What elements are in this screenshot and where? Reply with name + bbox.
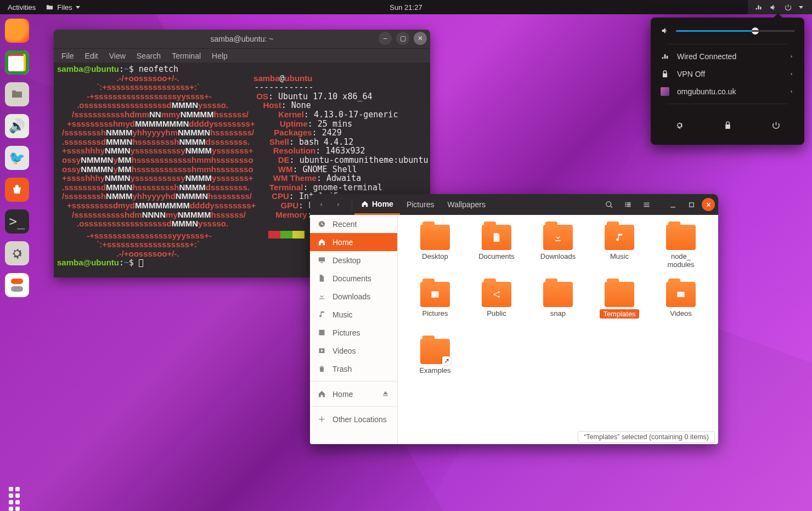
sidebar-item-music[interactable]: Music [310, 305, 397, 323]
sidebar-item-label: Home [332, 238, 353, 247]
dock-app-firefox[interactable] [5, 19, 29, 43]
folder-icon [46, 3, 54, 12]
sidebar-item-desktop[interactable]: Desktop [310, 251, 397, 269]
menu-help[interactable]: Help [212, 52, 228, 60]
separator [667, 104, 788, 104]
hamburger-button[interactable] [638, 197, 655, 212]
folder-label: Music [610, 252, 629, 260]
power-icon [784, 3, 792, 12]
crumb-wallpapers[interactable]: Wallpapers [441, 194, 492, 215]
system-tray[interactable] [748, 0, 812, 14]
sidebar-item-downloads[interactable]: Downloads [310, 287, 397, 305]
menu-file[interactable]: File [61, 52, 74, 60]
sysmenu-row-label: VPN Off [677, 70, 705, 78]
power-button[interactable] [766, 115, 786, 135]
folder-label: Public [487, 309, 506, 317]
files-window: Home Pictures Wallpapers RecentHomeDeskt… [310, 194, 718, 444]
folder-label: Documents [478, 252, 515, 260]
dock-app-terminal[interactable]: >_ [5, 209, 29, 234]
files-grid[interactable]: DesktopDocumentsDownloadsMusicnode_modul… [398, 215, 718, 431]
folder-downloads[interactable]: Downloads [540, 225, 576, 280]
sidebar-item-home[interactable]: Home [310, 233, 397, 251]
sidebar-item-other-locations[interactable]: Other Locations [310, 410, 397, 428]
show-apps-button[interactable] [7, 485, 25, 503]
crumb-label: Home [372, 200, 393, 208]
folder-public[interactable]: Public [482, 282, 511, 337]
folder-label: snap [550, 309, 566, 317]
svg-point-1 [498, 291, 500, 293]
folder-label: node_modules [667, 252, 694, 269]
system-buttons-row [651, 107, 804, 137]
volume-slider[interactable] [676, 30, 794, 32]
sidebar-item-trash[interactable]: Trash [310, 360, 397, 378]
dock-app-files[interactable] [5, 82, 29, 106]
minimize-button[interactable] [664, 197, 681, 212]
chevron-down-icon [76, 6, 80, 9]
settings-button[interactable] [669, 115, 689, 135]
system-menu: Wired ConnectedVPN Offomgubuntu.co.uk [651, 18, 804, 145]
folder-pictures[interactable]: Pictures [420, 282, 450, 337]
terminal-titlebar[interactable]: samba@ubuntu: ~ – ▢ ✕ [54, 30, 430, 48]
list-view-button[interactable] [619, 197, 636, 212]
forward-button[interactable] [331, 197, 346, 212]
sidebar-item-label: Other Locations [332, 415, 387, 424]
back-button[interactable] [313, 197, 329, 212]
close-button[interactable] [702, 198, 715, 211]
folder-snap[interactable]: snap [543, 282, 573, 337]
crumb-home[interactable]: Home [354, 194, 400, 215]
folder-music[interactable]: Music [605, 225, 634, 280]
sidebar-item-label: Downloads [332, 292, 370, 301]
folder-documents[interactable]: Documents [478, 225, 515, 280]
sysmenu-row-label: Wired Connected [677, 52, 736, 61]
folder-label: Downloads [540, 252, 576, 260]
dock-app-corebird[interactable]: 🐦 [5, 146, 29, 170]
sidebar-item-label: Music [332, 310, 353, 319]
folder-templates[interactable]: Templates [600, 282, 639, 337]
close-button[interactable]: ✕ [414, 32, 427, 45]
sidebar-item-recent[interactable]: Recent [310, 215, 397, 233]
folder-videos[interactable]: Videos [666, 282, 696, 337]
dock-app-chrome[interactable] [5, 50, 29, 75]
sidebar-item-home[interactable]: Home [310, 385, 397, 403]
sysmenu-row-omgubuntu-co-uk[interactable]: omgubuntu.co.uk [651, 83, 804, 100]
minimize-button[interactable]: – [379, 32, 392, 45]
crumb-pictures[interactable]: Pictures [400, 194, 441, 215]
sidebar-item-documents[interactable]: Documents [310, 269, 397, 287]
home-icon [361, 200, 369, 208]
separator [667, 44, 788, 44]
sidebar-item-pictures[interactable]: Pictures [310, 323, 397, 342]
sysmenu-row-label: omgubuntu.co.uk [677, 87, 736, 96]
separator [310, 406, 397, 407]
dock-app-tweaks[interactable] [5, 273, 29, 297]
activities-button[interactable]: Activities [8, 3, 36, 12]
breadcrumb: Home Pictures Wallpapers [354, 194, 492, 215]
clock[interactable]: Sun 21:27 [390, 3, 422, 12]
menu-search[interactable]: Search [137, 52, 161, 60]
sysmenu-row-wired-connected[interactable]: Wired Connected [651, 48, 804, 65]
appmenu-button[interactable]: Files [46, 3, 80, 12]
maximize-button[interactable]: ▢ [396, 32, 409, 45]
folder-label: Templates [600, 309, 639, 319]
menu-edit[interactable]: Edit [85, 52, 98, 60]
terminal-title: samba@ubuntu: ~ [210, 35, 273, 43]
sysmenu-row-vpn-off[interactable]: VPN Off [651, 65, 804, 83]
dock-app-settings[interactable] [5, 241, 29, 265]
lock-button[interactable] [718, 115, 737, 135]
maximize-button[interactable] [683, 197, 700, 212]
volume-icon [769, 3, 777, 12]
folder-node_-modules[interactable]: node_modules [666, 225, 696, 280]
folder-label: Examples [419, 366, 450, 374]
search-button[interactable] [601, 197, 617, 212]
sidebar-item-label: Recent [332, 220, 357, 229]
dock-app-rhythmbox[interactable]: 🔊 [5, 114, 29, 138]
sidebar-item-videos[interactable]: Videos [310, 342, 397, 360]
sidebar-item-label: Desktop [332, 256, 360, 265]
dock-app-software[interactable] [5, 178, 29, 202]
folder-desktop[interactable]: Desktop [420, 225, 450, 280]
menu-terminal[interactable]: Terminal [172, 52, 201, 60]
menu-view[interactable]: View [109, 52, 126, 60]
slider-thumb[interactable] [752, 27, 759, 35]
files-headerbar[interactable]: Home Pictures Wallpapers [310, 194, 718, 215]
folder-examples[interactable]: Examples [419, 339, 450, 394]
sidebar-item-label: Home [332, 390, 353, 399]
